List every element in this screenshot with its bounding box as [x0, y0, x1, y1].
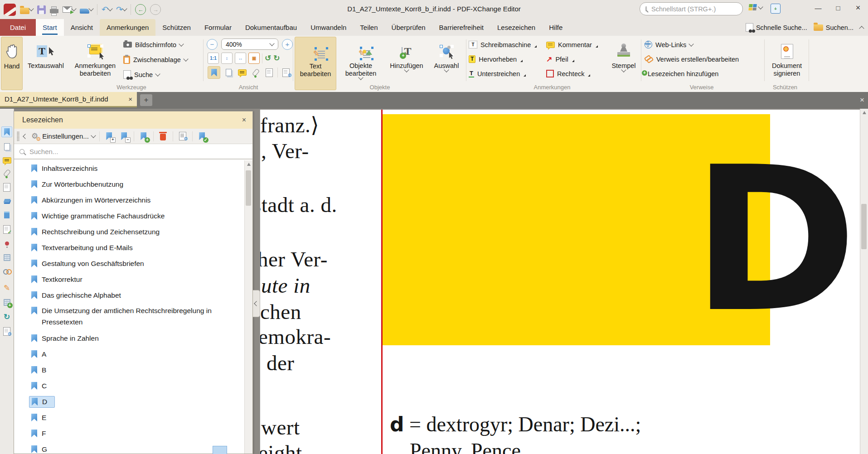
- bookmark-item[interactable]: Textkorrektur: [14, 271, 245, 287]
- bookmarks-pane-icon[interactable]: [1, 126, 12, 137]
- stamp-button[interactable]: Stempel: [608, 37, 639, 90]
- rotate-left-button[interactable]: ↺: [265, 54, 271, 62]
- open-button[interactable]: [20, 5, 33, 14]
- bookmarks-search[interactable]: [14, 144, 252, 159]
- tab-start[interactable]: Start: [36, 19, 64, 36]
- tab-teilen[interactable]: Teilen: [353, 19, 384, 36]
- new-tab-button[interactable]: +: [140, 94, 152, 106]
- bookmark-item[interactable]: Abkürzungen im Wörterverzeichnis: [14, 192, 245, 208]
- panel-close-icon[interactable]: ×: [242, 116, 246, 124]
- annotations-pane-icon[interactable]: ✎: [1, 282, 12, 293]
- close-button[interactable]: ×: [848, 1, 868, 14]
- scrollbar-thumb[interactable]: [861, 204, 867, 249]
- create-link-button[interactable]: Verweis erstellen/bearbeiten: [645, 53, 739, 65]
- document-properties-pane-icon[interactable]: ⚙: [1, 326, 12, 337]
- clipboard-button[interactable]: Zwischenablage: [123, 53, 188, 66]
- panel-grip[interactable]: [17, 131, 19, 141]
- bookmark-item[interactable]: Gestaltung von Geschäftsbriefen: [14, 256, 245, 271]
- select-objects-button[interactable]: Auswahl: [429, 37, 464, 90]
- scrollbar-thumb[interactable]: [246, 170, 251, 206]
- tab-anmerkungen[interactable]: Anmerkungen: [100, 19, 155, 36]
- export-pane-toggle[interactable]: [264, 67, 275, 78]
- ui-options-button[interactable]: [749, 4, 762, 11]
- tabbar-close-icon[interactable]: ×: [860, 96, 864, 105]
- bookmarks-scrollbar[interactable]: [244, 160, 252, 454]
- history-pane-icon[interactable]: ↻: [1, 311, 12, 322]
- panel-collapse-handle[interactable]: [253, 290, 260, 317]
- tab-hilfe[interactable]: Hilfe: [542, 19, 569, 36]
- fit-page-button[interactable]: ↕: [221, 53, 233, 64]
- web-links-button[interactable]: Web-Links: [645, 39, 739, 51]
- links-pane-icon[interactable]: [1, 266, 12, 277]
- app-logo-icon[interactable]: [4, 4, 16, 16]
- bookmarks-pane-toggle[interactable]: [208, 66, 220, 79]
- thumbnails-pane-icon[interactable]: [1, 141, 12, 152]
- tab-close-icon[interactable]: ×: [128, 95, 132, 103]
- email-button[interactable]: [63, 6, 76, 13]
- tab-umwandeln[interactable]: Umwandeln: [304, 19, 353, 36]
- zoom-level-select[interactable]: 400%: [221, 39, 278, 50]
- quick-search-button[interactable]: Schnelle Suche...: [746, 23, 807, 32]
- edit-text-button[interactable]: ✎ Text bearbeiten: [295, 37, 336, 90]
- typewriter-button[interactable]: T Schreibmaschine: [469, 39, 537, 51]
- bookmark-item-selected[interactable]: D: [14, 394, 245, 410]
- new-bookmark-button[interactable]: +: [138, 131, 149, 142]
- tab-ueberpruefen[interactable]: Überprüfen: [385, 19, 432, 36]
- highlight-button[interactable]: T Hervorheben: [469, 53, 537, 65]
- zoom-out-button[interactable]: −: [207, 39, 218, 50]
- text-select-tool-button[interactable]: T Textauswahl: [24, 37, 67, 90]
- tab-dokumentaufbau[interactable]: Dokumentaufbau: [238, 19, 304, 36]
- bookmark-item[interactable]: A: [14, 346, 245, 362]
- thumbnails-pane-toggle[interactable]: [223, 67, 234, 78]
- document-tab[interactable]: D1_A27_Umtexte_Korr8_b_if.indd ×: [0, 92, 137, 107]
- bookmark-item[interactable]: Wichtige grammatische Fachausdrücke: [14, 208, 245, 224]
- rotate-right-button[interactable]: ↻: [273, 54, 280, 62]
- screenshot-button[interactable]: Bildschirmfoto: [123, 39, 188, 51]
- edit-annotations-button[interactable]: Anmerkungen bearbeiten: [68, 37, 122, 90]
- bookmarks-search-input[interactable]: [29, 147, 247, 156]
- edit-objects-button[interactable]: ✎ Objekte bearbeiten: [338, 37, 383, 90]
- attachments-pane-icon[interactable]: [1, 168, 12, 179]
- delete-bookmark-button[interactable]: [158, 131, 169, 142]
- tab-lesezeichen[interactable]: Lesezeichen: [490, 19, 542, 36]
- search-button[interactable]: Suchen...: [814, 24, 853, 31]
- scan-button[interactable]: [80, 6, 93, 14]
- bookmark-properties-button[interactable]: ⚙: [177, 131, 188, 142]
- forward-button[interactable]: →: [150, 4, 161, 15]
- content-pane-icon[interactable]: [1, 209, 12, 220]
- bookmark-item[interactable]: Inhaltsverzeichnis: [14, 160, 245, 176]
- bookmark-item[interactable]: Das griechische Alphabet: [14, 287, 245, 303]
- arrow-button[interactable]: ↗ Pfeil: [546, 53, 598, 65]
- sign-document-button[interactable]: Dokument signieren: [767, 37, 807, 90]
- search-tool-button[interactable]: Suche: [123, 68, 188, 81]
- stamps-palette-pane-icon[interactable]: +: [1, 297, 12, 308]
- maximize-button[interactable]: □: [828, 1, 848, 14]
- bookmark-item[interactable]: G: [14, 441, 245, 454]
- rectangle-button[interactable]: Rechteck: [546, 68, 598, 80]
- fullscreen-button[interactable]: +: [771, 4, 781, 14]
- collapse-all-bookmarks-button[interactable]: −: [119, 131, 130, 142]
- destinations-pane-icon[interactable]: [1, 238, 12, 249]
- bookmark-item[interactable]: Rechtschreibung und Zeichensetzung: [14, 224, 245, 240]
- bookmark-item[interactable]: B: [14, 362, 245, 378]
- bookmark-item[interactable]: F: [14, 425, 245, 441]
- comments-pane-icon[interactable]: [1, 155, 12, 166]
- save-button[interactable]: [37, 5, 46, 14]
- layers-pane-icon[interactable]: [1, 195, 12, 206]
- expand-all-bookmarks-button[interactable]: +: [104, 131, 115, 142]
- comment-button[interactable]: Kommentar: [546, 39, 598, 51]
- quickstart-search[interactable]: [640, 2, 743, 15]
- tab-formular[interactable]: Formular: [198, 19, 238, 36]
- comments-pane-toggle[interactable]: [237, 67, 247, 78]
- minimize-button[interactable]: —: [808, 1, 828, 14]
- add-bookmark-button[interactable]: + Lesezeichen hinzufügen: [645, 68, 739, 80]
- tab-ansicht[interactable]: Ansicht: [64, 19, 100, 36]
- bookmark-item[interactable]: Textverarbeitung und E-Mails: [14, 240, 245, 256]
- bookmark-item[interactable]: Sprache in Zahlen: [14, 330, 245, 346]
- underline-button[interactable]: T Unterstreichen: [469, 68, 537, 80]
- add-objects-button[interactable]: + T Hinzufügen: [385, 37, 428, 90]
- view-options-button[interactable]: ⚙: [281, 67, 291, 78]
- collapse-ribbon-icon[interactable]: [859, 26, 864, 31]
- dock-left-icon[interactable]: [23, 134, 28, 139]
- document-scrollbar[interactable]: [860, 109, 868, 454]
